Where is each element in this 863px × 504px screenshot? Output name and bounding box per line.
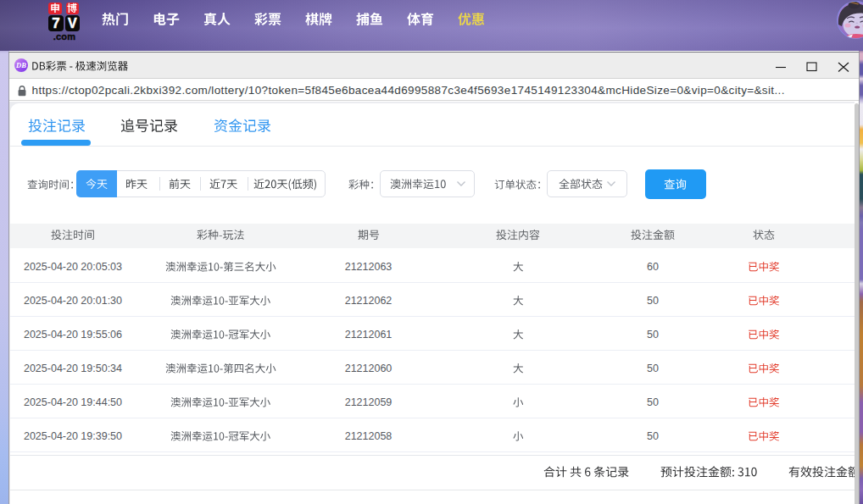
svg-text:DB: DB: [15, 61, 26, 69]
